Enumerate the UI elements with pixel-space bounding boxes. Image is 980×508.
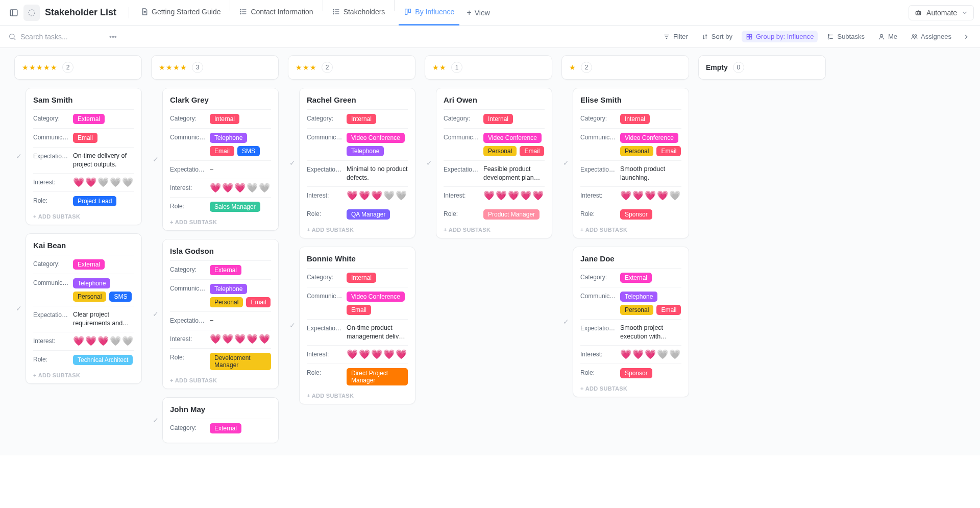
role-tag[interactable]: Development Manager	[210, 353, 271, 370]
complete-check-icon[interactable]: ✓	[288, 321, 297, 329]
add-subtask-button[interactable]: + ADD SUBTASK	[580, 227, 681, 233]
field-label-role: Role:	[580, 368, 616, 376]
tag-external[interactable]: External	[210, 423, 241, 433]
role-tag[interactable]: Sponsor	[620, 209, 652, 220]
tag-external[interactable]: External	[210, 265, 241, 275]
stakeholder-card[interactable]: Clark Grey Category: Internal Communic… …	[162, 88, 279, 231]
stakeholder-card[interactable]: Elise Smith Category: Internal Communic……	[573, 88, 689, 238]
tag-external[interactable]: External	[73, 259, 105, 270]
tag-sms[interactable]: SMS	[109, 292, 132, 302]
filter-button[interactable]: Filter	[659, 31, 692, 42]
sort-button[interactable]: Sort by	[697, 31, 737, 42]
tab-getting-started-guide[interactable]: Getting Started Guide	[135, 0, 226, 26]
stakeholder-card[interactable]: John May Category: External	[162, 397, 279, 443]
tag-email[interactable]: Email	[73, 133, 97, 143]
tag-personal[interactable]: Personal	[73, 292, 106, 302]
tag-email[interactable]: Email	[520, 146, 544, 156]
column-header[interactable]: ★★1	[425, 55, 552, 80]
tag-email[interactable]: Email	[246, 297, 271, 307]
add-subtask-button[interactable]: + ADD SUBTASK	[307, 227, 408, 233]
me-button[interactable]: Me	[874, 31, 901, 42]
tab-by-influence[interactable]: By Influence	[399, 0, 459, 26]
tag-personal[interactable]: Personal	[483, 146, 517, 156]
tag-external[interactable]: External	[73, 114, 105, 124]
group-by-button[interactable]: Group by: Influence	[742, 31, 818, 42]
role-tag[interactable]: Project Lead	[73, 196, 116, 206]
column-header[interactable]: ★★★★★2	[14, 55, 142, 80]
add-subtask-button[interactable]: + ADD SUBTASK	[170, 377, 271, 383]
tag-internal[interactable]: Internal	[210, 114, 239, 124]
tag-video-conference[interactable]: Video Conference	[347, 133, 405, 143]
tab-stakeholders[interactable]: Stakeholders	[327, 0, 390, 26]
assignees-button[interactable]: Assignees	[906, 31, 955, 42]
complete-check-icon[interactable]: ✓	[151, 310, 160, 318]
complete-check-icon[interactable]: ✓	[425, 159, 434, 167]
card-title: Elise Smith	[580, 95, 681, 104]
complete-check-icon[interactable]: ✓	[14, 152, 23, 160]
tag-email[interactable]: Email	[347, 305, 371, 315]
tag-telephone[interactable]: Telephone	[620, 292, 657, 302]
board-scroll[interactable]: ★★★★★2 ✓ Sam Smith Category: External Co…	[0, 48, 980, 455]
stakeholder-card[interactable]: Rachel Green Category: Internal Communic…	[299, 88, 415, 238]
stakeholder-card[interactable]: Bonnie White Category: Internal Communic…	[299, 247, 415, 404]
tag-telephone[interactable]: Telephone	[73, 278, 110, 288]
tag-internal[interactable]: Internal	[620, 114, 650, 124]
field-label-communication: Communic…	[307, 292, 342, 300]
tab-contact-information[interactable]: Contact Information	[234, 0, 318, 26]
add-subtask-button[interactable]: + ADD SUBTASK	[170, 219, 271, 225]
complete-check-icon[interactable]: ✓	[151, 155, 160, 163]
column-header[interactable]: ★★★★3	[151, 55, 279, 80]
tag-email[interactable]: Email	[656, 146, 681, 156]
add-subtask-button[interactable]: + ADD SUBTASK	[307, 393, 408, 399]
complete-check-icon[interactable]: ✓	[561, 159, 571, 167]
tag-video-conference[interactable]: Video Conference	[483, 133, 542, 143]
svg-point-23	[10, 34, 14, 38]
role-tag[interactable]: QA Manager	[347, 209, 390, 220]
collapse-sidebar-button[interactable]	[6, 5, 21, 20]
column-header[interactable]: Empty0	[698, 55, 826, 80]
stakeholder-card[interactable]: Kai Bean Category: External Communic… Te…	[26, 233, 142, 384]
field-label-interest: Interest:	[170, 334, 206, 343]
automate-button[interactable]: Automate	[909, 5, 974, 20]
add-view-button[interactable]: + View	[461, 0, 495, 26]
complete-check-icon[interactable]: ✓	[151, 416, 160, 424]
add-subtask-button[interactable]: + ADD SUBTASK	[33, 372, 134, 378]
tag-internal[interactable]: Internal	[483, 114, 513, 124]
complete-check-icon[interactable]: ✓	[14, 304, 23, 312]
column-header[interactable]: ★★★2	[288, 55, 415, 80]
tag-internal[interactable]: Internal	[347, 114, 376, 124]
role-tag[interactable]: Sponsor	[620, 368, 652, 378]
tag-video-conference[interactable]: Video Conference	[347, 292, 405, 302]
add-subtask-button[interactable]: + ADD SUBTASK	[444, 227, 545, 233]
stakeholder-card[interactable]: Isla Godson Category: External Communic……	[162, 239, 279, 389]
search-input[interactable]	[20, 33, 92, 41]
more-button[interactable]	[961, 31, 972, 42]
tag-internal[interactable]: Internal	[347, 273, 376, 283]
tag-telephone[interactable]: Telephone	[347, 146, 384, 156]
role-tag[interactable]: Technical Architect	[73, 355, 133, 365]
complete-check-icon[interactable]: ✓	[288, 159, 297, 167]
stakeholder-card[interactable]: Ari Owen Category: Internal Communic… Vi…	[436, 88, 552, 238]
tag-external[interactable]: External	[620, 273, 652, 283]
tag-telephone[interactable]: Telephone	[210, 284, 247, 294]
stakeholder-card[interactable]: Sam Smith Category: External Communic… E…	[26, 88, 142, 225]
column-header[interactable]: ★2	[561, 55, 689, 80]
complete-check-icon[interactable]: ✓	[561, 318, 571, 326]
tag-email[interactable]: Email	[210, 146, 234, 156]
tag-personal[interactable]: Personal	[210, 297, 243, 307]
add-subtask-button[interactable]: + ADD SUBTASK	[580, 385, 681, 392]
tag-video-conference[interactable]: Video Conference	[620, 133, 678, 143]
more-options-button[interactable]: •••	[105, 31, 121, 43]
add-subtask-button[interactable]: + ADD SUBTASK	[33, 213, 134, 220]
tag-telephone[interactable]: Telephone	[210, 133, 247, 143]
tag-personal[interactable]: Personal	[620, 305, 653, 315]
role-tag[interactable]: Product Manager	[483, 209, 540, 220]
tag-email[interactable]: Email	[656, 305, 681, 315]
search-field[interactable]	[8, 33, 100, 41]
tag-sms[interactable]: SMS	[237, 146, 260, 156]
role-tag[interactable]: Sales Manager	[210, 202, 260, 212]
subtasks-button[interactable]: Subtasks	[823, 31, 868, 42]
tag-personal[interactable]: Personal	[620, 146, 653, 156]
role-tag[interactable]: Direct Project Manager	[347, 368, 408, 385]
stakeholder-card[interactable]: Jane Doe Category: External Communic… Te…	[573, 247, 689, 397]
